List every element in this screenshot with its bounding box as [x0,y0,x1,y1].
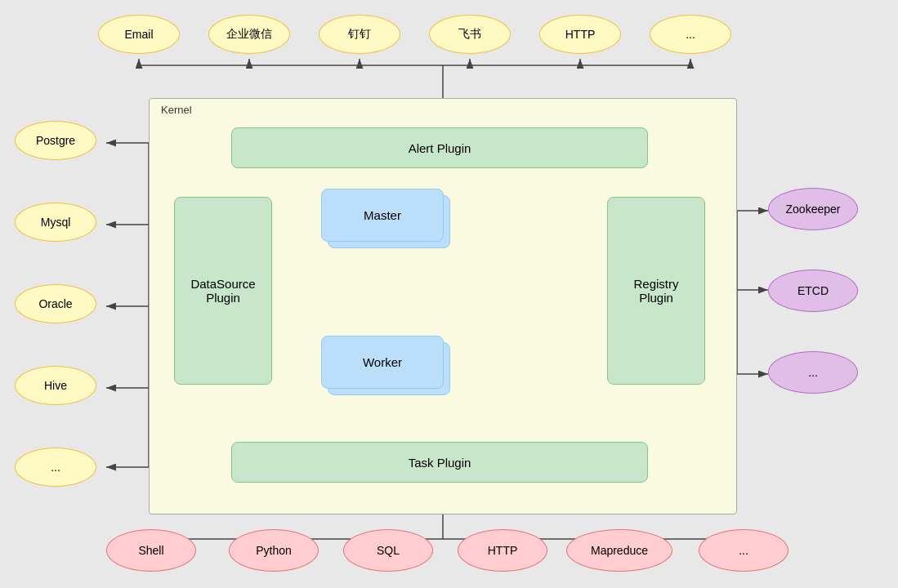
bottom-node-more: ... [699,529,789,572]
bottom-node-http: HTTP [458,529,547,572]
top-node-feishu: 飞书 [429,15,511,54]
top-node-more: ... [650,15,731,54]
worker-card-front: Worker [321,336,444,389]
bottom-node-sql: SQL [343,529,433,572]
bottom-node-shell: Shell [106,529,196,572]
master-card-front: Master [321,189,444,242]
right-node-zookeeper: Zookeeper [768,188,858,230]
datasource-plugin: DataSourcePlugin [174,197,272,385]
left-node-mysql: Mysql [15,203,96,242]
kernel-box: Kernel Alert Plugin DataSourcePlugin Reg… [149,98,737,514]
left-node-postgre: Postgre [15,121,96,160]
left-node-hive: Hive [15,366,96,405]
diagram-container: Email 企业微信 钉钉 飞书 HTTP ... Postgre Mysql … [0,0,898,588]
bottom-node-python: Python [229,529,319,572]
registry-plugin: RegistryPlugin [607,197,705,385]
alert-plugin: Alert Plugin [231,127,648,168]
left-node-oracle: Oracle [15,284,96,323]
top-node-http: HTTP [539,15,621,54]
left-node-more: ... [15,448,96,487]
bottom-node-mapreduce: Mapreduce [566,529,672,572]
right-node-more: ... [768,351,858,394]
top-node-dingding: 钉钉 [319,15,400,54]
top-node-email: Email [98,15,180,54]
task-plugin: Task Plugin [231,442,648,483]
kernel-label: Kernel [158,104,195,116]
right-node-etcd: ETCD [768,270,858,312]
top-node-wechat: 企业微信 [208,15,290,54]
